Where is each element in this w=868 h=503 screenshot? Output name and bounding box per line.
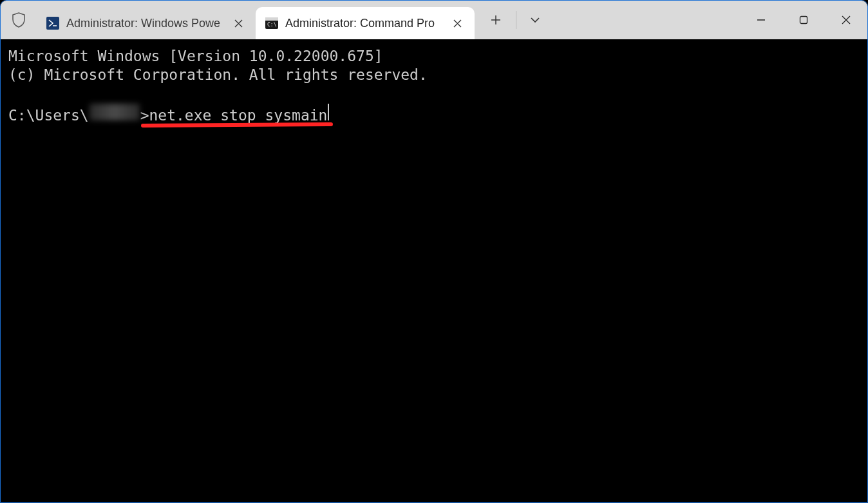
- shield-icon: [1, 1, 37, 39]
- titlebar-drag-region[interactable]: [551, 1, 740, 39]
- banner-line: (c) Microsoft Corporation. All rights re…: [8, 66, 860, 84]
- close-tab-button[interactable]: [230, 15, 247, 32]
- window-controls: [740, 1, 867, 39]
- blank-line: [8, 85, 860, 104]
- powershell-icon: [46, 16, 60, 30]
- close-tab-button[interactable]: [449, 15, 466, 32]
- maximize-button[interactable]: [782, 1, 825, 39]
- prompt-line: C:\Users\>net.exe stop sysmain: [8, 104, 860, 125]
- prompt-prefix: C:\Users\: [8, 106, 89, 125]
- new-tab-dropdown[interactable]: [519, 1, 551, 39]
- titlebar: Administrator: Windows Powe C:\ Administ…: [1, 1, 867, 39]
- tab-title: Administrator: Windows Powe: [66, 17, 223, 30]
- cmd-icon: C:\: [265, 16, 279, 30]
- svg-rect-2: [265, 17, 278, 21]
- banner-line: Microsoft Windows [Version 10.0.22000.67…: [8, 47, 860, 66]
- new-tab-button[interactable]: [478, 1, 513, 39]
- svg-text:C:\: C:\: [267, 22, 277, 28]
- annotation-underline: [141, 122, 333, 128]
- minimize-button[interactable]: [740, 1, 782, 39]
- redacted-username: [90, 104, 140, 120]
- svg-rect-4: [800, 17, 807, 24]
- divider: [516, 11, 516, 29]
- prompt-suffix: >: [140, 106, 149, 125]
- close-window-button[interactable]: [825, 1, 867, 39]
- terminal-output[interactable]: Microsoft Windows [Version 10.0.22000.67…: [1, 39, 867, 502]
- text-cursor: [328, 104, 329, 120]
- tab-strip: Administrator: Windows Powe C:\ Administ…: [37, 1, 475, 39]
- tab-title: Administrator: Command Pro: [285, 17, 442, 30]
- tab-cmd[interactable]: C:\ Administrator: Command Pro: [256, 7, 475, 39]
- tab-powershell[interactable]: Administrator: Windows Powe: [37, 7, 256, 39]
